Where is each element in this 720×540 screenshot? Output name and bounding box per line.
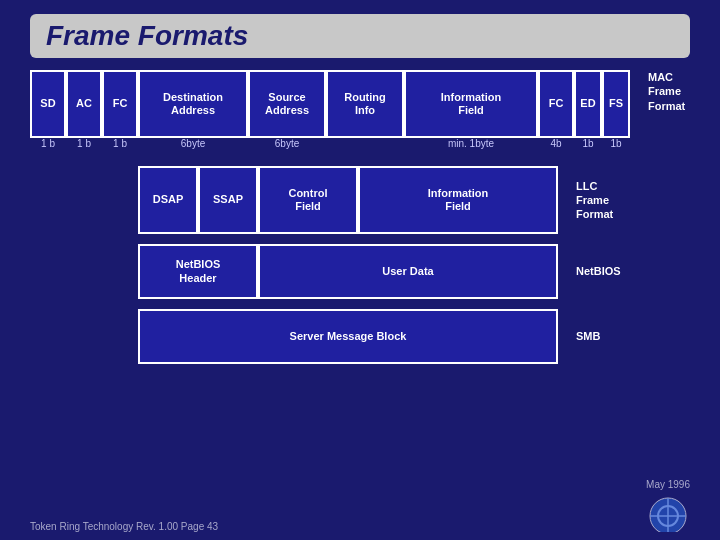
sublabel-dest: 6byte: [138, 138, 248, 154]
smb-cells: Server Message Block: [138, 309, 558, 364]
sublabel-ed: 1b: [574, 138, 602, 154]
netbios-cells: NetBIOSHeader User Data: [138, 244, 558, 299]
cell-information: InformationField: [404, 70, 538, 138]
sublabel-routing: [326, 138, 404, 154]
cell-control: ControlField: [258, 166, 358, 234]
title-bar: Frame Formats: [30, 14, 690, 58]
cell-ed: ED: [574, 70, 602, 138]
cell-dest: DestinationAddress: [138, 70, 248, 138]
mac-frame-row: SD AC FC DestinationAddress SourceAddres…: [30, 70, 690, 164]
llc-side-label: LLCFrameFormat: [566, 179, 613, 222]
cell-fc: FC: [102, 70, 138, 138]
cell-netbios-header: NetBIOSHeader: [138, 244, 258, 299]
sublabel-info: min. 1byte: [404, 138, 538, 154]
mac-cells: SD AC FC DestinationAddress SourceAddres…: [30, 70, 630, 164]
llc-frame-row: DSAP SSAP ControlField InformationField …: [138, 166, 690, 234]
sublabel-sd: 1 b: [30, 138, 66, 154]
sublabel-fc: 1 b: [102, 138, 138, 154]
cell-smb-block: Server Message Block: [138, 309, 558, 364]
footer: Token Ring Technology Rev. 1.00 Page 43 …: [30, 479, 690, 532]
footer-text: Token Ring Technology Rev. 1.00 Page 43: [30, 521, 218, 532]
llc-cells: DSAP SSAP ControlField InformationField: [138, 166, 558, 234]
cell-fs: FS: [602, 70, 630, 138]
smb-side-label: SMB: [566, 329, 600, 343]
smb-row: Server Message Block SMB: [138, 309, 690, 364]
sublabel-fc2: 4b: [538, 138, 574, 154]
netbios-row: NetBIOSHeader User Data NetBIOS: [138, 244, 690, 299]
netbios-side-label: NetBIOS: [566, 264, 621, 278]
cell-sd: SD: [30, 70, 66, 138]
sublabel-ac: 1 b: [66, 138, 102, 154]
sublabel-src: 6byte: [248, 138, 326, 154]
title-text: Frame Formats: [46, 20, 248, 51]
cell-routing: RoutingInfo: [326, 70, 404, 138]
cell-src: SourceAddress: [248, 70, 326, 138]
mac-side-label: MACFrameFormat: [638, 70, 685, 113]
cell-ssap: SSAP: [198, 166, 258, 234]
cell-dsap: DSAP: [138, 166, 198, 234]
cell-ac: AC: [66, 70, 102, 138]
cell-llc-info: InformationField: [358, 166, 558, 234]
content: SD AC FC DestinationAddress SourceAddres…: [30, 70, 690, 500]
footer-logo: [646, 494, 690, 532]
sublabel-fs: 1b: [602, 138, 630, 154]
footer-date: May 1996: [646, 479, 690, 490]
cell-user-data: User Data: [258, 244, 558, 299]
cell-fc2: FC: [538, 70, 574, 138]
